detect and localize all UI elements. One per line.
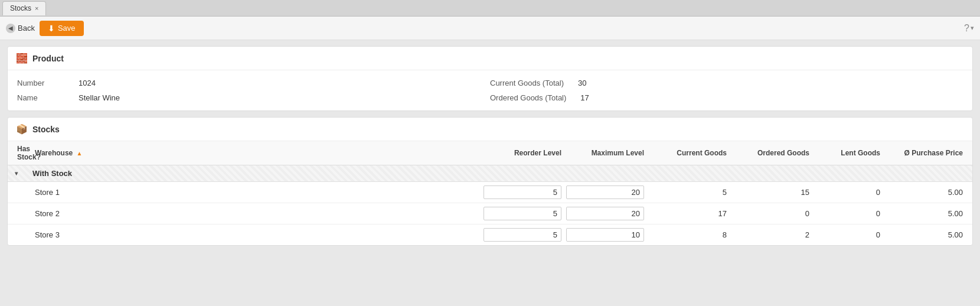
product-card-header: 🧱 Product: [8, 47, 972, 70]
purchase-price-cell-2: 5.00: [883, 209, 965, 218]
maximum-cell-1[interactable]: [564, 185, 646, 199]
product-info: Number 1024 Name Stellar Wine Current Go…: [8, 70, 972, 110]
stocks-card: 📦 Stocks Has Stock? Warehouse ▲ Reorder …: [7, 117, 973, 246]
stocks-card-header: 📦 Stocks: [8, 118, 972, 141]
th-maximum-level: Maximum Level: [564, 149, 646, 157]
stocks-title: Stocks: [32, 125, 60, 134]
th-purchase-price: Ø Purchase Price: [883, 149, 965, 157]
product-title: Product: [32, 54, 64, 63]
th-lent-goods: Lent Goods: [812, 149, 883, 157]
maximum-input-1[interactable]: [566, 185, 644, 199]
warehouse-sort-icon[interactable]: ▲: [77, 150, 83, 157]
current-goods-total-value: 30: [578, 79, 586, 87]
group-label: With Stock: [32, 169, 965, 178]
th-current-goods: Current Goods: [646, 149, 729, 157]
reorder-cell-3[interactable]: [481, 228, 564, 242]
chevron-down-icon: ▾: [971, 24, 974, 32]
warehouse-cell-2: Store 2: [32, 209, 481, 218]
tab-bar: Stocks ×: [0, 0, 980, 17]
ordered-goods-cell-2: 0: [729, 209, 812, 218]
maximum-cell-3[interactable]: [564, 228, 646, 242]
th-has-stock: Has Stock?: [15, 145, 32, 161]
stocks-table: Has Stock? Warehouse ▲ Reorder Level Max…: [8, 141, 972, 245]
current-goods-cell-3: 8: [646, 230, 729, 239]
table-row: Store 1 5 15 0 5.00: [8, 182, 972, 203]
table-header: Has Stock? Warehouse ▲ Reorder Level Max…: [8, 141, 972, 165]
product-card: 🧱 Product Number 1024 Name Stellar Wine …: [7, 46, 973, 111]
product-icon: 🧱: [16, 53, 28, 64]
stocks-icon: 📦: [16, 123, 28, 135]
tab-close-icon[interactable]: ×: [35, 5, 38, 12]
current-goods-cell-1: 5: [646, 188, 729, 197]
back-button[interactable]: ◀ Back: [6, 24, 35, 33]
current-goods-total-label: Current Goods (Total): [490, 79, 564, 87]
product-left-col: Number 1024 Name Stellar Wine: [17, 79, 490, 102]
group-with-stock: ▾ With Stock: [8, 165, 972, 182]
group-toggle-icon[interactable]: ▾: [15, 170, 32, 177]
tab-label: Stocks: [10, 4, 31, 12]
product-name-row: Name Stellar Wine: [17, 93, 490, 102]
maximum-cell-2[interactable]: [564, 207, 646, 220]
reorder-input-2[interactable]: [484, 207, 561, 220]
warehouse-cell-3: Store 3: [32, 230, 481, 239]
back-label: Back: [18, 24, 35, 32]
maximum-input-3[interactable]: [566, 228, 644, 242]
reorder-cell-2[interactable]: [481, 207, 564, 220]
reorder-input-1[interactable]: [484, 185, 561, 199]
number-label: Number: [17, 79, 64, 87]
help-icon: ?: [964, 23, 969, 34]
save-button[interactable]: ⬇ Save: [40, 21, 84, 36]
lent-goods-cell-3: 0: [812, 230, 883, 239]
current-goods-row: Current Goods (Total) 30: [490, 79, 963, 87]
toolbar-left: ◀ Back ⬇ Save: [6, 21, 84, 36]
product-right-col: Current Goods (Total) 30 Ordered Goods (…: [490, 79, 963, 102]
ordered-goods-cell-3: 2: [729, 230, 812, 239]
ordered-goods-cell-1: 15: [729, 188, 812, 197]
save-label: Save: [58, 24, 76, 32]
th-ordered-goods: Ordered Goods: [729, 149, 812, 157]
product-number-row: Number 1024: [17, 79, 490, 87]
toolbar: ◀ Back ⬇ Save ? ▾: [0, 17, 980, 40]
th-reorder-level: Reorder Level: [481, 149, 564, 157]
stocks-tab[interactable]: Stocks ×: [2, 1, 46, 15]
th-warehouse: Warehouse ▲: [32, 149, 481, 157]
name-value: Stellar Wine: [79, 93, 120, 102]
toolbar-right: ? ▾: [964, 23, 974, 34]
table-row: Store 2 17 0 0 5.00: [8, 203, 972, 224]
purchase-price-cell-1: 5.00: [883, 188, 965, 197]
table-row: Store 3 8 2 0 5.00: [8, 224, 972, 245]
reorder-input-3[interactable]: [484, 228, 561, 242]
current-goods-cell-2: 17: [646, 209, 729, 218]
help-button[interactable]: ? ▾: [964, 23, 974, 34]
ordered-goods-total-label: Ordered Goods (Total): [490, 93, 566, 102]
back-icon: ◀: [6, 24, 15, 33]
ordered-goods-total-value: 17: [580, 93, 589, 102]
name-label: Name: [17, 93, 64, 102]
save-icon: ⬇: [48, 24, 55, 33]
reorder-cell-1[interactable]: [481, 185, 564, 199]
purchase-price-cell-3: 5.00: [883, 230, 965, 239]
maximum-input-2[interactable]: [566, 207, 644, 220]
lent-goods-cell-1: 0: [812, 188, 883, 197]
main-content: 🧱 Product Number 1024 Name Stellar Wine …: [0, 40, 980, 252]
lent-goods-cell-2: 0: [812, 209, 883, 218]
ordered-goods-row: Ordered Goods (Total) 17: [490, 93, 963, 102]
warehouse-cell-1: Store 1: [32, 188, 481, 197]
number-value: 1024: [79, 79, 96, 87]
